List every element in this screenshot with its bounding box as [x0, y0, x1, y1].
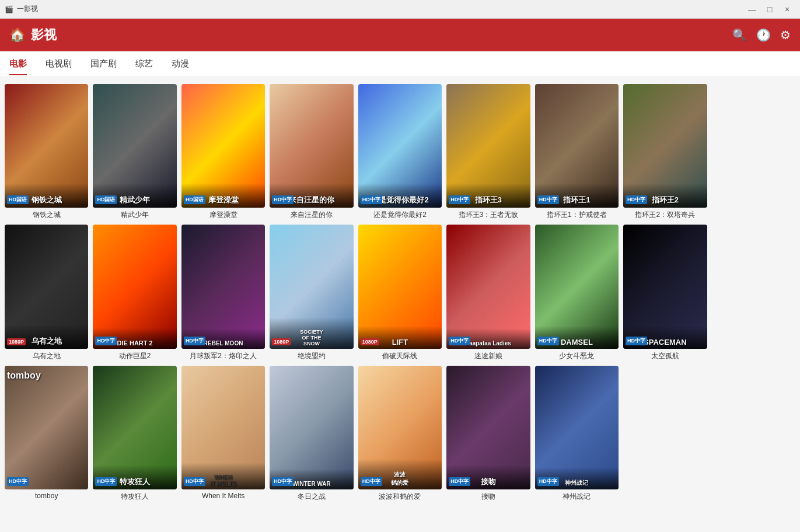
- movie-item[interactable]: SPACEMAN HD中字 太空孤航: [623, 225, 707, 360]
- movie-item[interactable]: SOCIETYOF THESNOW 1080P 绝境盟约: [270, 225, 353, 360]
- content: 钢铁之城 HD国语 钢铁之城 精武少年 HD国语 精武少年 摩登澡堂 HD国语: [0, 77, 800, 532]
- movie-title: 神州战记: [535, 492, 619, 502]
- movie-title: 特攻狂人: [93, 492, 176, 502]
- movie-item[interactable]: REBEL MOON HD中字 月球叛军2：烙印之人: [181, 225, 265, 360]
- settings-icon[interactable]: ⚙: [780, 28, 791, 42]
- app-title: 一影视: [17, 4, 38, 14]
- header-icons: 🔍 🕐 ⚙: [732, 28, 791, 42]
- header-left: 🏠 影视: [9, 26, 57, 44]
- movie-title: 指环王2：双塔奇兵: [623, 210, 707, 220]
- movie-title: 少女斗恶龙: [535, 351, 619, 361]
- title-bar-left: 🎬 一影视: [5, 4, 38, 14]
- movie-title: 接吻: [446, 492, 530, 502]
- movie-item[interactable]: 指环王3 HD中字 指环王3：王者无敌: [446, 84, 530, 220]
- movie-item[interactable]: DAMSEL HD中字 少女斗恶龙: [535, 225, 619, 360]
- movie-item[interactable]: 乌有之地 1080P 乌有之地: [5, 225, 88, 360]
- movie-title: 还是觉得你最好2: [358, 210, 442, 220]
- nav-item-domestic[interactable]: 国产剧: [90, 52, 117, 75]
- search-icon[interactable]: 🔍: [732, 28, 747, 42]
- movie-item[interactable]: WHENIT MELTS HD中字 When It Melts: [181, 366, 265, 502]
- minimize-button[interactable]: —: [744, 4, 760, 15]
- movie-item[interactable]: 指环王1 HD中字 指环王1：护戒使者: [535, 84, 619, 220]
- movie-item[interactable]: 钢铁之城 HD国语 钢铁之城: [5, 84, 88, 220]
- movie-title: 绝境盟约: [270, 351, 353, 361]
- home-icon[interactable]: 🏠: [9, 27, 25, 43]
- movie-title: 钢铁之城: [5, 210, 88, 220]
- movie-item[interactable]: 精武少年 HD国语 精武少年: [93, 84, 176, 220]
- movie-title: 来自汪星的你: [270, 210, 353, 220]
- movie-item[interactable]: DIE HART 2 HD中字 动作巨星2: [93, 225, 176, 360]
- title-bar: 🎬 一影视 — □ ×: [0, 0, 800, 19]
- movie-item[interactable]: 指环王2 HD中字 指环王2：双塔奇兵: [623, 84, 707, 220]
- movie-item[interactable]: Laapataa Ladies HD中字 迷途新娘: [446, 225, 530, 360]
- nav-item-variety[interactable]: 综艺: [135, 52, 153, 75]
- app-icon: 🎬: [5, 5, 13, 13]
- maximize-button[interactable]: □: [761, 4, 778, 15]
- movie-title: 指环王1：护戒使者: [535, 210, 619, 220]
- nav-item-anime[interactable]: 动漫: [172, 52, 189, 75]
- movie-title: 指环王3：王者无敌: [446, 210, 530, 220]
- movie-item-tomboy[interactable]: tomboy HD中字 tomboy: [5, 366, 88, 502]
- movie-item[interactable]: 摩登澡堂 HD国语 摩登澡堂: [181, 84, 265, 220]
- movie-item[interactable]: WINTER WAR HD中字 冬日之战: [270, 366, 353, 502]
- movie-title: When It Melts: [181, 492, 265, 500]
- movie-title: 迷途新娘: [446, 351, 530, 361]
- movie-title: 乌有之地: [5, 351, 88, 361]
- movie-item[interactable]: 特攻狂人 HD中字 特攻狂人: [93, 366, 176, 502]
- movie-title: 月球叛军2：烙印之人: [181, 351, 265, 361]
- header: 🏠 影视 🔍 🕐 ⚙: [0, 19, 800, 51]
- nav-item-tv[interactable]: 电视剧: [46, 52, 72, 75]
- movie-title: 精武少年: [93, 210, 176, 220]
- movie-item[interactable]: 来自汪星的你 HD中字 来自汪星的你: [270, 84, 353, 220]
- header-title: 影视: [31, 26, 57, 44]
- movie-item[interactable]: 神州战记 HD中字 神州战记: [535, 366, 619, 502]
- movie-title: 动作巨星2: [93, 351, 176, 361]
- movie-grid: 钢铁之城 HD国语 钢铁之城 精武少年 HD国语 精武少年 摩登澡堂 HD国语: [5, 84, 795, 502]
- movie-title: 冬日之战: [270, 492, 353, 502]
- movie-title: 太空孤航: [623, 351, 707, 361]
- movie-item[interactable]: LIFT 1080P 偷破天际线: [358, 225, 442, 360]
- movie-title: 波波和鹤的爱: [358, 492, 442, 502]
- nav: 电影 电视剧 国产剧 综艺 动漫: [0, 51, 800, 77]
- movie-title: 偷破天际线: [358, 351, 442, 361]
- movie-item[interactable]: 还是觉得你最好2 HD中字 还是觉得你最好2: [358, 84, 442, 220]
- movie-item[interactable]: 接吻 HD中字 接吻: [446, 366, 530, 502]
- title-bar-controls: — □ ×: [744, 4, 795, 15]
- history-icon[interactable]: 🕐: [756, 28, 771, 42]
- close-button[interactable]: ×: [779, 4, 795, 15]
- movie-title: tomboy: [5, 492, 88, 500]
- movie-item[interactable]: 波波鹤的爱 HD中字 波波和鹤的爱: [358, 366, 442, 502]
- nav-item-movie[interactable]: 电影: [9, 52, 27, 75]
- movie-title: 摩登澡堂: [181, 210, 265, 220]
